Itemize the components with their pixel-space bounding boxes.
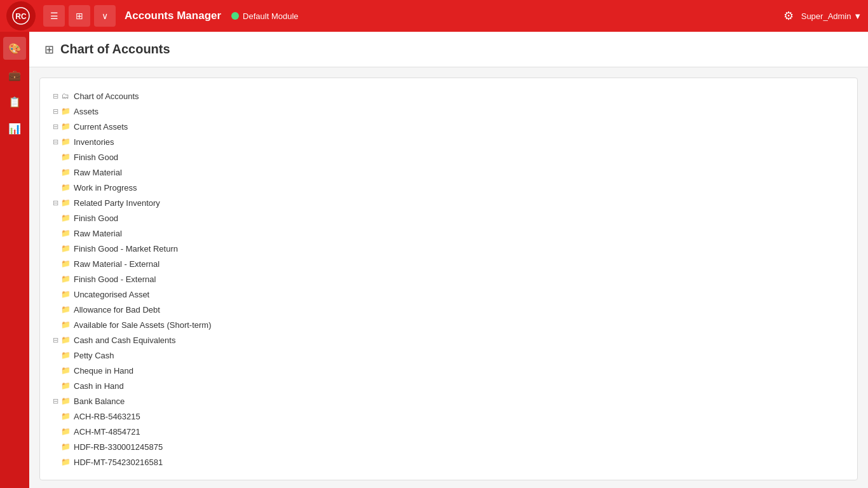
expand-related-party[interactable]: ⊟ bbox=[50, 198, 60, 208]
tree-node-bank-balance[interactable]: ⊟ 📁 Bank Balance bbox=[48, 393, 850, 409]
node-label-finish-good-market: Finish Good - Market Return bbox=[74, 244, 178, 254]
sidebar-icon-reports[interactable]: 📋 bbox=[3, 90, 26, 113]
folder-icon-finish-good-market: 📁 bbox=[60, 243, 71, 254]
user-menu[interactable]: Super_Admin ▼ bbox=[801, 11, 862, 21]
node-label-assets: Assets bbox=[74, 107, 98, 116]
folder-icon-cash-equiv: 📁 bbox=[60, 335, 71, 345]
node-label-allowance-bad-debt: Allowance for Bad Debt bbox=[74, 305, 160, 315]
folder-icon-raw-material: 📁 bbox=[60, 167, 71, 177]
folder-icon-uncategorised: 📁 bbox=[60, 289, 71, 299]
folder-icon-current-assets: 📁 bbox=[60, 121, 71, 132]
expand-root[interactable]: ⊟ bbox=[50, 91, 60, 101]
tree-node-raw-material-ext[interactable]: 📁 Raw Material - External bbox=[48, 256, 850, 271]
folder-icon-raw-material-ext: 📁 bbox=[60, 259, 71, 269]
expand-current-assets[interactable]: ⊟ bbox=[50, 121, 60, 132]
folder-icon-bank-balance: 📁 bbox=[60, 396, 71, 406]
tree-node-hdf-mt[interactable]: 📁 HDF-MT-754230216581 bbox=[48, 454, 850, 470]
main-content: ⊞ Chart of Accounts ⊟ 🗂 Chart of Account… bbox=[29, 32, 868, 488]
tree-node-finish-good[interactable]: 📁 Finish Good bbox=[48, 149, 850, 165]
svg-text:RC: RC bbox=[15, 12, 27, 21]
node-label-rp-finish-good: Finish Good bbox=[74, 214, 118, 223]
node-label-cash-equiv: Cash and Cash Equivalents bbox=[74, 336, 175, 345]
grid-icon: ⊞ bbox=[76, 11, 83, 21]
app-logo: RC bbox=[6, 1, 36, 30]
tree-node-inventories[interactable]: ⊟ 📁 Inventories bbox=[48, 134, 850, 149]
topbar-right: ⚙ Super_Admin ▼ bbox=[783, 9, 862, 23]
page-title: Chart of Accounts bbox=[60, 42, 170, 57]
tree-node-ach-mt-4854721[interactable]: 📁 ACH-MT-4854721 bbox=[48, 424, 850, 439]
tree-node-hdf-rb[interactable]: 📁 HDF-RB-330001245875 bbox=[48, 439, 850, 454]
node-label-inventories: Inventories bbox=[74, 137, 114, 147]
tree-node-finish-good-ext[interactable]: 📁 Finish Good - External bbox=[48, 271, 850, 287]
module-indicator: Default Module bbox=[231, 11, 298, 21]
tree-node-cash-equiv[interactable]: ⊟ 📁 Cash and Cash Equivalents bbox=[48, 332, 850, 348]
folder-icon-work-in-progress: 📁 bbox=[60, 182, 71, 193]
folder-icon-assets: 📁 bbox=[60, 106, 71, 116]
main-layout: 🎨 💼 📋 📊 ⊞ Chart of Accounts ⊟ 🗂 Chart of… bbox=[0, 32, 868, 488]
tree-node-petty-cash[interactable]: 📁 Petty Cash bbox=[48, 348, 850, 363]
node-label-finish-good-ext: Finish Good - External bbox=[74, 274, 156, 284]
node-label-cheque-hand: Cheque in Hand bbox=[74, 366, 133, 376]
folder-icon-allowance-bad-debt: 📁 bbox=[60, 304, 71, 315]
folder-icon-cheque-hand: 📁 bbox=[60, 365, 71, 376]
tree-node-root[interactable]: ⊟ 🗂 Chart of Accounts bbox=[48, 88, 850, 104]
tree-node-rp-finish-good[interactable]: 📁 Finish Good bbox=[48, 210, 850, 226]
tree-node-allowance-bad-debt[interactable]: 📁 Allowance for Bad Debt bbox=[48, 302, 850, 317]
node-label-hdf-mt: HDF-MT-754230216581 bbox=[74, 458, 163, 467]
node-label-ach-rb-5463215: ACH-RB-5463215 bbox=[74, 412, 140, 421]
folder-icon-ach-mt: 📁 bbox=[60, 426, 71, 437]
tree-node-related-party[interactable]: ⊟ 📁 Related Party Inventory bbox=[48, 195, 850, 210]
folder-icon-cash-hand: 📁 bbox=[60, 381, 71, 391]
folder-icon-inventories: 📁 bbox=[60, 137, 71, 147]
node-label-work-in-progress: Work in Progress bbox=[74, 183, 137, 193]
node-label-hdf-rb: HDF-RB-330001245875 bbox=[74, 442, 163, 452]
tree-node-finish-good-market[interactable]: 📁 Finish Good - Market Return bbox=[48, 241, 850, 256]
folder-icon-petty-cash: 📁 bbox=[60, 350, 71, 360]
sidebar-icon-charts[interactable]: 📊 bbox=[3, 117, 26, 140]
page-header-icon: ⊞ bbox=[44, 43, 54, 57]
chart-of-accounts-tree: ⊟ 🗂 Chart of Accounts ⊟ 📁 Assets ⊟ 📁 Cur… bbox=[39, 78, 858, 480]
folder-icon-rp-raw-material: 📁 bbox=[60, 228, 71, 238]
expand-assets[interactable]: ⊟ bbox=[50, 106, 60, 116]
tree-node-assets[interactable]: ⊟ 📁 Assets bbox=[48, 104, 850, 119]
expand-bank-balance[interactable]: ⊟ bbox=[50, 396, 60, 406]
node-label-root: Chart of Accounts bbox=[74, 92, 139, 101]
tree-node-cheque-hand[interactable]: 📁 Cheque in Hand bbox=[48, 363, 850, 378]
tree-node-current-assets[interactable]: ⊟ 📁 Current Assets bbox=[48, 119, 850, 134]
node-label-ach-mt-4854721: ACH-MT-4854721 bbox=[74, 427, 140, 437]
sidebar-icon-tools[interactable]: 💼 bbox=[3, 64, 26, 86]
chevron-button[interactable]: ∨ bbox=[94, 5, 116, 27]
node-label-raw-material: Raw Material bbox=[74, 168, 122, 177]
chevron-down-icon: ∨ bbox=[102, 11, 108, 21]
tree-node-uncategorised[interactable]: 📁 Uncategorised Asset bbox=[48, 287, 850, 302]
tree-node-ach-rb-5463215[interactable]: 📁 ACH-RB-5463215 bbox=[48, 409, 850, 424]
expand-inventories[interactable]: ⊟ bbox=[50, 137, 60, 147]
module-status-dot bbox=[231, 12, 239, 20]
topbar: RC ☰ ⊞ ∨ Accounts Manager Default Module… bbox=[0, 0, 868, 32]
folder-icon-hdf-rb: 📁 bbox=[60, 442, 71, 452]
folder-icon-root: 🗂 bbox=[60, 91, 71, 101]
user-dropdown-icon: ▼ bbox=[853, 11, 862, 21]
sidebar-icon-dashboard[interactable]: 🎨 bbox=[3, 37, 26, 60]
minus-icon: ⊟ bbox=[53, 92, 58, 100]
menu-button[interactable]: ☰ bbox=[43, 5, 65, 27]
tree-node-available-sale[interactable]: 📁 Available for Sale Assets (Short-term) bbox=[48, 317, 850, 332]
sidebar: 🎨 💼 📋 📊 bbox=[0, 32, 29, 488]
settings-icon[interactable]: ⚙ bbox=[783, 9, 794, 23]
folder-icon-ach-rb: 📁 bbox=[60, 411, 71, 421]
folder-icon-available-sale: 📁 bbox=[60, 320, 71, 330]
tree-node-work-in-progress[interactable]: 📁 Work in Progress bbox=[48, 180, 850, 195]
grid-button[interactable]: ⊞ bbox=[69, 5, 90, 27]
page-header: ⊞ Chart of Accounts bbox=[29, 32, 868, 67]
tree-node-raw-material[interactable]: 📁 Raw Material bbox=[48, 165, 850, 180]
folder-icon-rp-finish-good: 📁 bbox=[60, 213, 71, 223]
module-label: Default Module bbox=[243, 11, 298, 21]
node-label-rp-raw-material: Raw Material bbox=[74, 229, 122, 238]
tree-node-rp-raw-material[interactable]: 📁 Raw Material bbox=[48, 226, 850, 241]
tree-node-cash-hand[interactable]: 📁 Cash in Hand bbox=[48, 378, 850, 393]
node-label-finish-good: Finish Good bbox=[74, 152, 118, 162]
node-label-related-party: Related Party Inventory bbox=[74, 198, 160, 208]
node-label-raw-material-ext: Raw Material - External bbox=[74, 259, 159, 269]
node-label-available-sale: Available for Sale Assets (Short-term) bbox=[74, 320, 212, 330]
expand-cash-equiv[interactable]: ⊟ bbox=[50, 335, 60, 345]
